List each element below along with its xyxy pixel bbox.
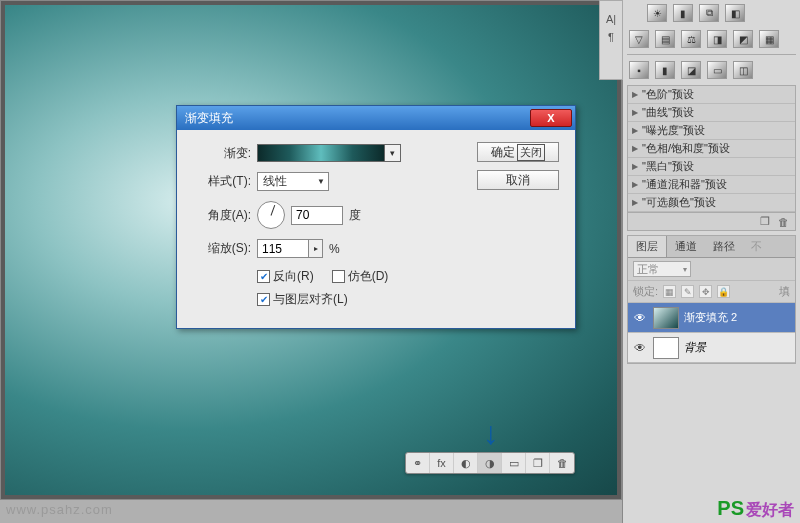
angle-knob[interactable] xyxy=(257,201,285,229)
lock-pixels-icon[interactable]: ▦ xyxy=(663,285,676,298)
collapsed-panel-strip[interactable]: A| ¶ xyxy=(599,0,623,80)
dialog-body: 确定 关闭 取消 渐变: ▾ 样式(T): 线性 ▼ 角度(A): 度 缩放(S… xyxy=(177,130,575,328)
mask-icon[interactable]: ◐ xyxy=(454,453,478,473)
tab-paths[interactable]: 路径 xyxy=(705,236,743,257)
scale-input[interactable] xyxy=(257,239,309,258)
watermark-logo: PS 爱好者 xyxy=(717,497,794,521)
gradient-map-icon[interactable]: ▭ xyxy=(707,61,727,79)
preset-item-bw[interactable]: ▶"黑白"预设 xyxy=(628,158,795,176)
levels-icon[interactable]: ▮ xyxy=(673,4,693,22)
layer-thumbnail xyxy=(653,307,679,329)
tab-layers[interactable]: 图层 xyxy=(628,236,667,257)
panel-tabs: 图层 通道 路径 不 xyxy=(628,236,795,258)
gradient-label: 渐变: xyxy=(189,145,251,162)
vibrance-icon[interactable]: ▽ xyxy=(629,30,649,48)
layer-name: 渐变填充 2 xyxy=(684,310,737,325)
trash-icon[interactable]: 🗑 xyxy=(550,453,574,473)
folder-icon[interactable]: ▭ xyxy=(502,453,526,473)
preset-item-exposure[interactable]: ▶"曝光度"预设 xyxy=(628,122,795,140)
brightness-icon[interactable]: ☀ xyxy=(647,4,667,22)
style-label: 样式(T): xyxy=(189,173,251,190)
reverse-checkbox[interactable]: ✔ 反向(R) xyxy=(257,268,314,285)
align-checkbox[interactable]: ✔ 与图层对齐(L) xyxy=(257,291,348,308)
photo-filter-icon[interactable]: ◩ xyxy=(733,30,753,48)
checkbox-icon xyxy=(332,270,345,283)
checkbox-checked-icon: ✔ xyxy=(257,293,270,306)
lock-label: 锁定: xyxy=(633,284,658,299)
blend-mode-select[interactable]: 正常▾ xyxy=(633,261,691,277)
bw-icon[interactable]: ◨ xyxy=(707,30,727,48)
angle-unit: 度 xyxy=(349,207,361,224)
chevron-down-icon: ▼ xyxy=(317,177,325,186)
layer-row-background[interactable]: 👁 背景 xyxy=(628,333,795,363)
close-button[interactable]: X xyxy=(530,109,572,127)
type-panel-icon[interactable]: A| xyxy=(600,13,622,25)
gradient-dropdown[interactable]: ▾ xyxy=(385,144,401,162)
hue-sat-icon[interactable]: ▤ xyxy=(655,30,675,48)
selective-color-icon[interactable]: ◫ xyxy=(733,61,753,79)
style-select[interactable]: 线性 ▼ xyxy=(257,172,329,191)
preset-footer: ❐ 🗑 xyxy=(628,212,795,230)
invert-icon[interactable]: ▪ xyxy=(629,61,649,79)
angle-label: 角度(A): xyxy=(189,207,251,224)
visibility-eye-icon[interactable]: 👁 xyxy=(632,310,648,326)
dialog-button-column: 确定 关闭 取消 xyxy=(477,142,563,198)
paragraph-panel-icon[interactable]: ¶ xyxy=(600,31,622,43)
curves-icon[interactable]: ⧉ xyxy=(699,4,719,22)
visibility-eye-icon[interactable]: 👁 xyxy=(632,340,648,356)
preset-list: ▶"色阶"预设 ▶"曲线"预设 ▶"曝光度"预设 ▶"色相/饱和度"预设 ▶"黑… xyxy=(627,85,796,231)
ok-button[interactable]: 确定 关闭 xyxy=(477,142,559,162)
color-balance-icon[interactable]: ⚖ xyxy=(681,30,701,48)
watermark-url: www.psahz.com xyxy=(6,502,113,517)
preset-item-curves[interactable]: ▶"曲线"预设 xyxy=(628,104,795,122)
lock-brush-icon[interactable]: ✎ xyxy=(681,285,694,298)
tab-channels[interactable]: 通道 xyxy=(667,236,705,257)
preset-item-selective-color[interactable]: ▶"可选颜色"预设 xyxy=(628,194,795,212)
layer-name: 背景 xyxy=(684,340,706,355)
scale-spinner[interactable]: ▸ xyxy=(309,239,323,258)
layer-row-gradient-fill[interactable]: 👁 渐变填充 2 xyxy=(628,303,795,333)
dither-checkbox[interactable]: 仿色(D) xyxy=(332,268,389,285)
exposure-icon[interactable]: ◧ xyxy=(725,4,745,22)
angle-input[interactable] xyxy=(291,206,343,225)
adjustment-icon-row-3: ▪ ▮ ◪ ▭ ◫ xyxy=(623,57,800,83)
gradient-fill-dialog: 渐变填充 X 确定 关闭 取消 渐变: ▾ 样式(T): 线性 ▼ 角度(A): xyxy=(176,105,576,329)
lock-all-icon[interactable]: 🔒 xyxy=(717,285,730,298)
new-preset-icon[interactable]: ❐ xyxy=(760,215,770,228)
lock-move-icon[interactable]: ✥ xyxy=(699,285,712,298)
fx-icon[interactable]: fx xyxy=(430,453,454,473)
scale-label: 缩放(S): xyxy=(189,240,251,257)
new-layer-icon[interactable]: ❐ xyxy=(526,453,550,473)
delete-preset-icon[interactable]: 🗑 xyxy=(778,216,789,228)
channel-mixer-icon[interactable]: ▦ xyxy=(759,30,779,48)
layer-thumbnail xyxy=(653,337,679,359)
layers-panel: 图层 通道 路径 不 正常▾ 锁定: ▦ ✎ ✥ 🔒 填 👁 渐变填充 2 👁 … xyxy=(627,235,796,364)
checkbox-checked-icon: ✔ xyxy=(257,270,270,283)
preset-item-hue-sat[interactable]: ▶"色相/饱和度"预设 xyxy=(628,140,795,158)
gradient-swatch[interactable] xyxy=(257,144,385,162)
preset-item-channel-mixer[interactable]: ▶"通道混和器"预设 xyxy=(628,176,795,194)
dialog-title: 渐变填充 xyxy=(185,110,530,127)
preset-item-levels[interactable]: ▶"色阶"预设 xyxy=(628,86,795,104)
dialog-titlebar[interactable]: 渐变填充 X xyxy=(177,106,575,130)
threshold-icon[interactable]: ◪ xyxy=(681,61,701,79)
cancel-button[interactable]: 取消 xyxy=(477,170,559,190)
adjustment-icon[interactable]: ◑ xyxy=(478,453,502,473)
adjustment-icon-row-1: ☀ ▮ ⧉ ◧ xyxy=(623,0,800,26)
scale-unit: % xyxy=(329,242,340,256)
posterize-icon[interactable]: ▮ xyxy=(655,61,675,79)
right-panel-area: A| ¶ ☀ ▮ ⧉ ◧ ▽ ▤ ⚖ ◨ ◩ ▦ ▪ ▮ ◪ ▭ ◫ ▶"色阶"… xyxy=(622,0,800,523)
tab-extra[interactable]: 不 xyxy=(743,236,770,257)
layer-style-toolbar: ⚭ fx ◐ ◑ ▭ ❐ 🗑 xyxy=(405,452,575,474)
link-icon[interactable]: ⚭ xyxy=(406,453,430,473)
fill-label: 填 xyxy=(779,284,790,299)
adjustment-icon-row-2: ▽ ▤ ⚖ ◨ ◩ ▦ xyxy=(623,26,800,52)
